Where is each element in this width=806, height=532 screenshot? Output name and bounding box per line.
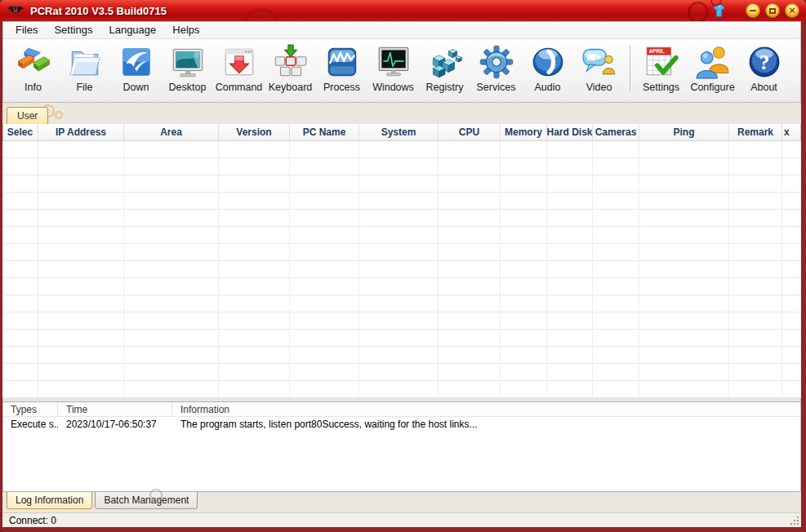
registry-icon: [426, 43, 464, 81]
host-table-body: [2, 141, 801, 398]
grid-column: [219, 141, 290, 398]
configure-users-icon: [694, 43, 732, 81]
toolbar-label: Down: [123, 82, 149, 93]
toolbar-button-audio[interactable]: Audio: [522, 42, 573, 100]
log-cell-types: Execute s...: [2, 417, 58, 432]
toolbar-button-file[interactable]: File: [59, 42, 110, 100]
toolbar-label: Windows: [372, 82, 414, 93]
toolbar-button-keyboard[interactable]: Keyboard: [265, 42, 316, 100]
video-icon: [581, 43, 618, 81]
column-header-cpu[interactable]: CPU: [439, 124, 501, 140]
toolbar-label: File: [76, 82, 92, 93]
toolbar-button-process[interactable]: Process: [316, 42, 367, 100]
toolbar-label: Info: [24, 82, 42, 93]
about-icon: ?: [746, 43, 783, 81]
audio-icon: [529, 43, 567, 81]
toolbar-button-settings[interactable]: APRIL Settings: [635, 42, 687, 100]
toolbar-button-about[interactable]: ? About: [738, 42, 790, 100]
toolbar-button-down[interactable]: Down: [110, 42, 162, 100]
skin-button[interactable]: [710, 2, 728, 20]
download-icon: [118, 43, 155, 81]
column-header-ip-address[interactable]: IP Address: [38, 124, 124, 140]
column-header-system[interactable]: System: [359, 124, 439, 140]
toolbar-label: About: [750, 82, 777, 93]
menubar: Files Settings Language Helps: [2, 21, 801, 39]
toolbar-button-desktop[interactable]: Desktop: [162, 42, 213, 100]
window-content: Files Settings Language Helps Info: [2, 21, 801, 527]
grid-column: [782, 141, 801, 398]
log-column-types[interactable]: Types: [2, 402, 58, 416]
bat-icon: [7, 3, 24, 18]
desktop-icon: [169, 43, 207, 81]
toolbar-button-services[interactable]: Services: [470, 42, 522, 100]
log-row[interactable]: Execute s... 2023/10/17-06:50:37 The pro…: [2, 417, 801, 432]
tab-user[interactable]: User: [7, 107, 48, 124]
toolbar-label: Settings: [643, 82, 679, 93]
grid-column: [729, 141, 782, 398]
connect-count: Connect: 0: [9, 515, 56, 526]
log-cell-information: The program starts, listen port80Success…: [172, 417, 801, 432]
tab-batch-management[interactable]: Batch Management: [95, 492, 198, 509]
windows-icon: [375, 43, 412, 81]
toolbar-label: Services: [477, 82, 516, 93]
grid-column: [290, 141, 359, 398]
minimize-button[interactable]: [746, 3, 760, 18]
process-icon: [323, 43, 361, 81]
menu-item-files[interactable]: Files: [7, 22, 46, 38]
log-column-information[interactable]: Information: [172, 402, 801, 416]
column-header-ping[interactable]: Ping: [639, 124, 729, 140]
shirt-icon: [710, 2, 728, 20]
grid-column: [593, 141, 639, 398]
toolbar-label: Audio: [535, 82, 561, 93]
column-header-version[interactable]: Version: [219, 124, 290, 140]
grid-column: [38, 141, 124, 398]
minimize-icon: [750, 10, 756, 11]
column-header-hard-disk[interactable]: Hard Disk: [547, 124, 593, 140]
column-header-pc-name[interactable]: PC Name: [290, 124, 359, 140]
bottom-tab-bar: Log Information Batch Management: [2, 492, 801, 512]
toolbar-separator: [630, 46, 630, 93]
maximize-button[interactable]: [765, 3, 780, 18]
view-tab-bar: User: [2, 103, 801, 124]
tab-log-information[interactable]: Log Information: [7, 492, 92, 509]
statusbar: Connect: 0: [2, 512, 801, 527]
grid-column: [2, 141, 38, 398]
settings-calendar-icon: APRIL: [643, 43, 680, 81]
menu-item-language[interactable]: Language: [100, 22, 164, 38]
column-header-area[interactable]: Area: [124, 124, 219, 140]
toolbar-button-registry[interactable]: Registry: [419, 42, 470, 100]
log-header: Types Time Information: [2, 402, 801, 417]
menu-item-settings[interactable]: Settings: [46, 22, 100, 38]
toolbar-button-windows[interactable]: Windows: [367, 42, 419, 100]
toolbar-button-video[interactable]: Video: [573, 42, 625, 100]
column-header-memory[interactable]: Memory: [501, 124, 547, 140]
resize-grip[interactable]: [789, 515, 799, 525]
window-controls: ×: [746, 3, 799, 18]
toolbar-label: Keyboard: [269, 82, 313, 93]
titlebar[interactable]: PCRat 2010 V3.5 Build0715 ×: [0, 0, 806, 21]
host-table-header: Selec IP Address Area Version PC Name Sy…: [2, 124, 801, 141]
menu-item-helps[interactable]: Helps: [164, 22, 207, 38]
column-header-clipped[interactable]: x: [782, 124, 801, 140]
log-cell-time: 2023/10/17-06:50:37: [58, 417, 172, 432]
column-header-select[interactable]: Selec: [2, 124, 38, 140]
window-title: PCRat 2010 V3.5 Build0715: [30, 5, 710, 17]
app-window: PCRat 2010 V3.5 Build0715 × Files Settin…: [0, 0, 806, 532]
toolbar-button-configure[interactable]: Configure: [687, 42, 738, 100]
toolbar-label: Desktop: [169, 82, 207, 93]
close-icon: ×: [789, 5, 795, 16]
folder-icon: [66, 43, 104, 81]
column-header-cameras[interactable]: Cameras: [593, 124, 639, 140]
grid-column: [547, 141, 593, 398]
question-glyph: ?: [759, 51, 769, 73]
log-panel: Types Time Information Execute s... 2023…: [2, 401, 801, 492]
maximize-icon: [769, 8, 776, 14]
close-button[interactable]: ×: [785, 3, 799, 18]
column-header-remark[interactable]: Remark: [729, 124, 782, 140]
keyboard-icon: [272, 43, 309, 81]
toolbar-label: Registry: [426, 82, 464, 93]
toolbar-button-command[interactable]: Command: [213, 42, 265, 100]
toolbar-button-info[interactable]: Info: [7, 42, 59, 100]
toolbar-label: Command: [216, 82, 263, 93]
log-column-time[interactable]: Time: [58, 402, 172, 416]
